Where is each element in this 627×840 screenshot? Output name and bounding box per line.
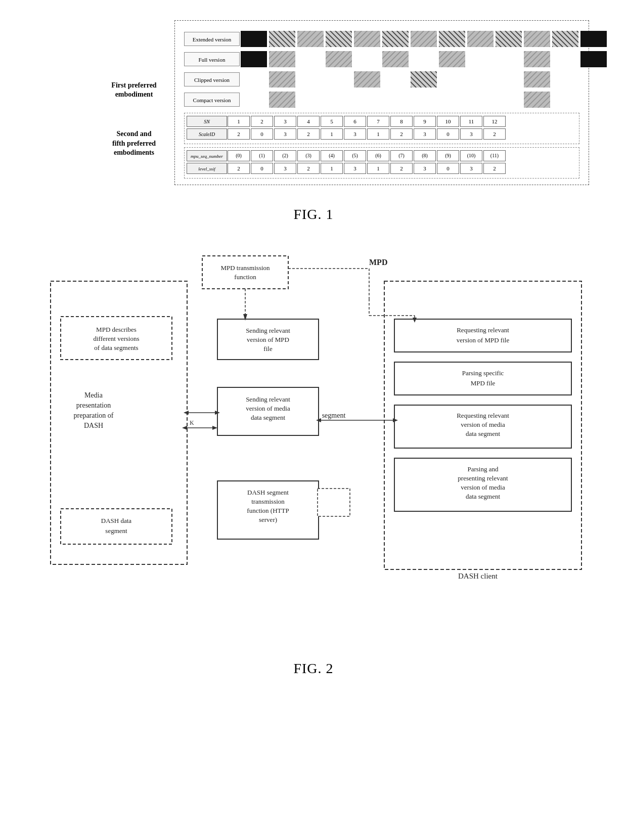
svg-text:preparation of: preparation of [74, 412, 114, 419]
svg-text:version of media: version of media [461, 483, 505, 491]
full-version-label: Full version [184, 52, 240, 66]
svg-rect-46 [394, 405, 571, 448]
thumb [467, 51, 494, 67]
full-version-row: Full version [184, 50, 579, 68]
thumb [326, 51, 352, 67]
data-cell: (3) [297, 150, 320, 161]
thumb [297, 92, 324, 108]
svg-text:presentation: presentation [76, 402, 111, 409]
compact-version-label: Compact version [184, 93, 240, 107]
svg-rect-29 [217, 481, 319, 539]
thumb [496, 71, 522, 87]
svg-text:presenting relevant: presenting relevant [458, 474, 508, 482]
data-cell: (2) [274, 150, 296, 161]
svg-text:DASH data: DASH data [101, 517, 132, 524]
data-cell: 5 [321, 116, 343, 127]
data-cell: 3 [414, 128, 436, 140]
svg-rect-14 [61, 509, 172, 544]
thumb [241, 51, 267, 67]
data-cell: (9) [437, 150, 459, 161]
svg-text:version of MPD: version of MPD [247, 336, 289, 343]
scaleid-label: ScaleID [187, 128, 227, 140]
svg-text:MPD transmission: MPD transmission [220, 264, 270, 272]
data-cell: 2 [297, 163, 320, 174]
level-ssif-row: level_ssif 2 0 3 2 1 3 1 2 3 0 3 2 [187, 163, 577, 174]
thumb [297, 71, 324, 87]
svg-rect-40 [394, 319, 571, 352]
data-cell: (6) [367, 150, 389, 161]
svg-text:of data segments: of data segments [94, 344, 138, 351]
data-cell: 3 [460, 128, 482, 140]
svg-rect-37 [318, 489, 350, 516]
svg-text:function (HTTP: function (HTTP [247, 507, 289, 514]
fig2-diagram: MPD MPD transmission function MPD descri… [35, 241, 592, 655]
diagram-svg: MPD MPD transmission function MPD descri… [35, 241, 592, 655]
clipped-version-row: Clipped version [184, 70, 579, 89]
svg-text:Media: Media [84, 391, 103, 399]
svg-rect-50 [394, 458, 571, 511]
svg-text:different versions: different versions [93, 335, 139, 342]
svg-rect-38 [384, 281, 581, 569]
svg-marker-66 [215, 411, 220, 415]
scaleid-row: ScaleID 2 0 3 2 1 3 1 2 3 0 3 2 [187, 128, 577, 140]
thumb [552, 92, 578, 108]
data-cell: 0 [251, 163, 273, 174]
thumb [552, 51, 578, 67]
thumb [297, 31, 324, 47]
svg-marker-19 [212, 426, 217, 430]
svg-text:Sending relevant: Sending relevant [246, 395, 290, 403]
svg-rect-25 [217, 387, 319, 435]
data-cell: 0 [437, 128, 459, 140]
thumb [354, 92, 380, 108]
extended-version-label: Extended version [184, 32, 240, 46]
svg-marker-65 [184, 411, 189, 415]
thumb [580, 71, 607, 87]
svg-marker-56 [243, 314, 247, 321]
data-cell: 0 [437, 163, 459, 174]
data-cell: 0 [251, 128, 273, 140]
data-cell: 3 [460, 163, 482, 174]
thumb [354, 51, 380, 67]
data-cell: (8) [414, 150, 436, 161]
thumb [439, 31, 465, 47]
compact-version-row: Compact version [184, 91, 579, 109]
data-cell: (5) [344, 150, 366, 161]
data-cell: 4 [297, 116, 320, 127]
svg-marker-18 [182, 426, 187, 430]
thumb [524, 71, 550, 87]
svg-text:data segment: data segment [251, 414, 286, 421]
thumb [467, 92, 494, 108]
thumb [439, 51, 465, 67]
data-cell: 11 [460, 116, 482, 127]
data-cell: 2 [390, 128, 413, 140]
data-cell: 12 [483, 116, 506, 127]
thumb [382, 71, 409, 87]
mpu-seq-row: mpu_seq_number (0) (1) (2) (3) (4) (5) (… [187, 150, 577, 161]
data-cell: (4) [321, 150, 343, 161]
data-cell: 6 [344, 116, 366, 127]
svg-rect-21 [217, 319, 319, 360]
data-cell: 2 [228, 163, 250, 174]
svg-text:HTTP: HTTP [325, 493, 343, 500]
data-cell: 7 [367, 116, 389, 127]
data-cell: (0) [228, 150, 250, 161]
first-preferred-label: First preferred embodiment [94, 81, 174, 99]
sn-row: SN 1 2 3 4 5 6 7 8 9 10 11 12 [187, 116, 577, 127]
thumb [524, 31, 550, 47]
second-fifth-section: mpu_seq_number (0) (1) (2) (3) (4) (5) (… [184, 147, 579, 179]
data-cell: 3 [344, 163, 366, 174]
svg-text:K: K [190, 419, 194, 426]
data-cell: 1 [367, 163, 389, 174]
svg-text:DASH: DASH [84, 422, 103, 429]
fig1-grid: Extended version Ful [174, 20, 589, 185]
thumb [382, 51, 409, 67]
thumb [326, 71, 352, 87]
svg-marker-63 [393, 418, 398, 422]
thumb [241, 92, 267, 108]
data-cell: 2 [483, 163, 506, 174]
svg-text:version of MPD file: version of MPD file [457, 336, 510, 344]
thumb [552, 71, 578, 87]
data-cell: 2 [297, 128, 320, 140]
thumb [411, 71, 437, 87]
thumb [580, 92, 607, 108]
